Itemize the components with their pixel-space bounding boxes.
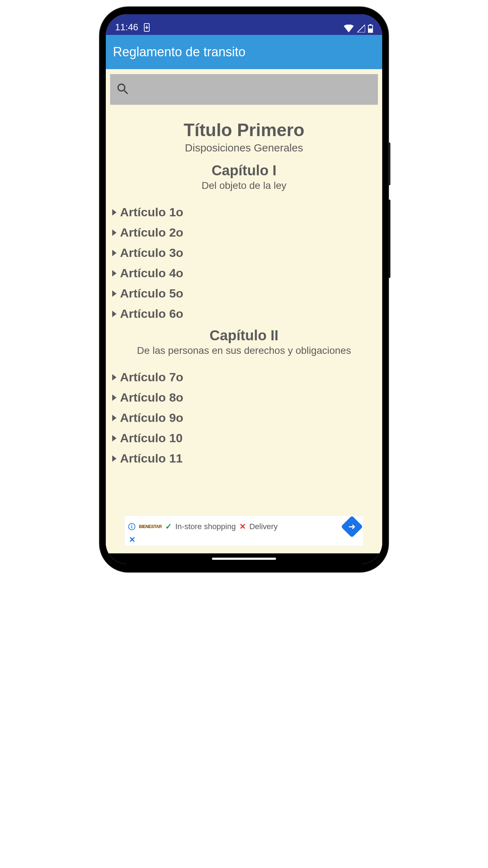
status-time: 11:46 [115,22,138,33]
article-item[interactable]: Artículo 6o [112,304,376,324]
app-title: Reglamento de transito [113,45,245,60]
home-indicator[interactable] [212,558,276,560]
expand-icon [112,290,116,297]
cell-signal-icon [357,25,365,32]
article-item[interactable]: Artículo 4o [112,263,376,283]
article-item[interactable]: Artículo 2o [112,222,376,243]
article-list-2: Artículo 7o Artículo 8o Artículo 9o Artí… [110,367,378,469]
expand-icon [112,374,116,381]
article-item[interactable]: Artículo 9o [112,408,376,428]
article-label: Artículo 3o [120,246,183,260]
titulo-subheading: Disposiciones Generales [110,142,378,154]
article-label: Artículo 1o [120,205,183,219]
check-icon: ✓ [165,522,172,531]
wifi-icon [344,25,354,32]
article-label: Artículo 11 [120,451,183,465]
expand-icon [112,250,116,256]
expand-icon [112,394,116,401]
article-item[interactable]: Artículo 10 [112,428,376,448]
ad-instore-text: In-store shopping [175,522,236,531]
search-icon [116,82,129,97]
app-bar: Reglamento de transito [106,35,382,69]
expand-icon [112,455,116,462]
article-item[interactable]: Artículo 1o [112,202,376,222]
arrow-icon: ➜ [348,522,355,532]
expand-icon [112,435,116,441]
battery-icon [368,24,373,33]
title-block: Título Primero Disposiciones Generales C… [110,120,378,191]
nav-bar[interactable] [106,553,382,564]
svg-rect-3 [368,29,373,32]
article-item[interactable]: Artículo 11 [112,448,376,469]
article-label: Artículo 4o [120,266,183,280]
directions-button[interactable]: ➜ [341,516,363,538]
download-icon [143,23,150,32]
capitulo-1-subheading: Del objeto de la ley [110,180,378,191]
search-input[interactable] [110,74,378,105]
expand-icon [112,209,116,216]
article-label: Artículo 5o [120,286,183,300]
article-label: Artículo 10 [120,431,183,445]
expand-icon [112,415,116,421]
ad-brand: BIENESTAR [139,524,162,529]
expand-icon [112,311,116,317]
svg-point-4 [118,84,125,91]
article-label: Artículo 7o [120,370,183,384]
phone-frame: 11:46 [100,7,388,572]
article-item[interactable]: Artículo 5o [112,283,376,304]
article-label: Artículo 6o [120,307,183,321]
ad-banner[interactable]: i BIENESTAR ✓ In-store shopping ✕ Delive… [124,516,364,546]
titulo-heading: Título Primero [110,120,378,140]
ad-close-button[interactable]: ✕ [128,535,135,544]
screen: 11:46 [106,14,382,564]
content-area[interactable]: Título Primero Disposiciones Generales C… [106,69,382,553]
article-item[interactable]: Artículo 3o [112,243,376,263]
status-bar: 11:46 [106,14,382,35]
search-field[interactable] [129,84,372,95]
ad-info-icon[interactable]: i [128,523,135,530]
article-label: Artículo 9o [120,411,183,425]
article-label: Artículo 8o [120,391,183,404]
svg-line-5 [124,91,128,94]
article-item[interactable]: Artículo 8o [112,387,376,408]
article-label: Artículo 2o [120,226,183,239]
ad-delivery-text: Delivery [249,522,277,531]
capitulo-2-subheading: De las personas en sus derechos y obliga… [110,345,378,356]
expand-icon [112,270,116,277]
article-list-1: Artículo 1o Artículo 2o Artículo 3o Artí… [110,202,378,324]
cross-icon: ✕ [239,522,246,531]
article-item[interactable]: Artículo 7o [112,367,376,387]
capitulo-2-heading: Capítulo II [110,327,378,343]
capitulo-1-heading: Capítulo I [110,162,378,179]
expand-icon [112,229,116,236]
